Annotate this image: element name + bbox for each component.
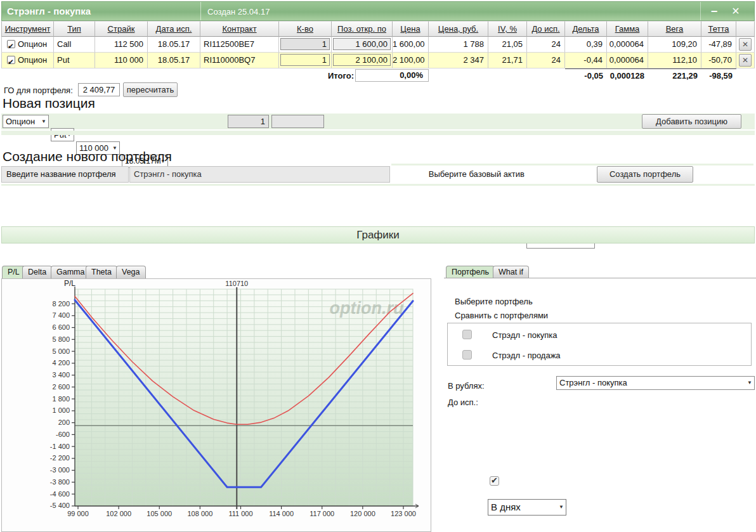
portfolio-window-titlebar: Стрэнгл - покупка Создан 25.04.17 − ✕ + bbox=[1, 1, 755, 21]
svg-text:105 000: 105 000 bbox=[147, 510, 172, 517]
cell-gamma: 0,000064 bbox=[607, 53, 648, 68]
cell-delta: -0,44 bbox=[565, 53, 607, 68]
svg-text:111 000: 111 000 bbox=[228, 510, 252, 517]
tab-whatif[interactable]: What if bbox=[493, 266, 529, 278]
column-header-price-rub: Цена, руб. bbox=[429, 21, 488, 37]
column-header-exp-date: Дата исп. bbox=[148, 21, 200, 37]
pl-chart-panel: 8 2007 4006 6005 8005 0004 2003 4002 600… bbox=[1, 278, 431, 532]
cell-theta: -50,70 bbox=[701, 53, 736, 68]
open-pos-input[interactable]: 2 100,00 bbox=[333, 54, 391, 66]
tab-delta[interactable]: Delta bbox=[22, 266, 52, 278]
qty-input[interactable]: 1 bbox=[280, 54, 330, 66]
tab-vega[interactable]: Vega bbox=[116, 266, 146, 278]
cell-instrument: Опцион bbox=[1, 53, 54, 68]
cell-delete bbox=[736, 53, 755, 68]
cell-price-rub: 2 347 bbox=[429, 53, 488, 68]
svg-text:-3 000: -3 000 bbox=[50, 466, 70, 474]
cell-days: 24 bbox=[527, 37, 565, 53]
totals-label: Итого: bbox=[328, 71, 354, 81]
totals-percent: 0,00% bbox=[355, 69, 429, 82]
right-tabs-underline bbox=[444, 278, 756, 278]
cell-instrument: Опцион bbox=[1, 37, 54, 53]
add-window-icon[interactable]: + bbox=[750, 3, 756, 20]
green-strip bbox=[1, 131, 755, 135]
portfolio-select[interactable]: Стрэнгл - покупка bbox=[556, 376, 755, 390]
column-header-price: Цена bbox=[393, 21, 429, 37]
svg-text:108 000: 108 000 bbox=[187, 510, 212, 517]
svg-text:114 000: 114 000 bbox=[269, 510, 294, 517]
compare-option-label: Стрэдл - покупка bbox=[492, 330, 557, 340]
days-mode-select[interactable]: В днях bbox=[488, 499, 566, 516]
cell-iv: 21,71 bbox=[488, 53, 527, 68]
new-qty-input[interactable]: 1 bbox=[228, 115, 269, 128]
svg-text:-3 800: -3 800 bbox=[50, 478, 70, 486]
compare-checkbox[interactable] bbox=[462, 350, 472, 360]
created-date-label: Создан 25.04.17 bbox=[207, 7, 270, 16]
row-checkbox-checked-icon[interactable] bbox=[7, 56, 15, 64]
svg-text:5 800: 5 800 bbox=[52, 335, 70, 343]
column-header-actions bbox=[736, 21, 755, 37]
cell-vega: 112,10 bbox=[648, 53, 701, 68]
column-header-delta: Дельта bbox=[565, 21, 607, 37]
svg-text:-4 600: -4 600 bbox=[50, 490, 70, 498]
svg-text:6 600: 6 600 bbox=[52, 323, 70, 331]
rubles-checkbox-checked-icon[interactable] bbox=[490, 476, 499, 486]
rubles-label: В рублях: bbox=[448, 381, 485, 391]
cell-contract: RI110000BQ7 bbox=[200, 53, 279, 68]
column-header-gamma: Гамма bbox=[607, 21, 648, 37]
cell-price: 2 100,00 bbox=[393, 53, 429, 68]
portfolio-name-input[interactable]: Стрэнгл - покупка bbox=[129, 166, 390, 183]
svg-text:4 200: 4 200 bbox=[52, 359, 70, 367]
cell-exp-date: 18.05.17 bbox=[148, 37, 200, 53]
go-value-input[interactable]: 2 409,77 bbox=[78, 83, 120, 96]
compare-checkbox[interactable] bbox=[462, 330, 472, 339]
qty-input[interactable]: 1 bbox=[280, 38, 330, 50]
svg-text:-5 400: -5 400 bbox=[50, 502, 70, 509]
totals-gamma: 0,000128 bbox=[607, 68, 648, 83]
delete-row-icon[interactable] bbox=[739, 54, 752, 67]
column-header-contract: Контракт bbox=[200, 21, 279, 37]
svg-text:1 000: 1 000 bbox=[52, 406, 70, 414]
totals-theta: -98,59 bbox=[701, 68, 736, 83]
row-checkbox-checked-icon[interactable] bbox=[7, 40, 15, 48]
column-header-qty: К-во bbox=[279, 21, 332, 37]
cell-gamma: 0,000064 bbox=[607, 37, 648, 53]
cell-open-pos: 1 600,00 bbox=[332, 37, 393, 53]
column-header-vega: Вега bbox=[648, 21, 701, 37]
close-icon[interactable]: ✕ bbox=[727, 3, 744, 20]
cell-vega: 109,20 bbox=[648, 37, 701, 53]
portfolio-name-label: Введите название портфеля bbox=[1, 166, 129, 183]
totals-row: Итого: 0,00% bbox=[1, 68, 429, 82]
compare-option-label: Стрэдл - продажа bbox=[492, 351, 561, 360]
svg-text:99 000: 99 000 bbox=[67, 510, 89, 517]
new-extra-input[interactable] bbox=[271, 115, 324, 128]
instrument-select[interactable]: Опцион bbox=[3, 115, 49, 128]
compare-portfolios-box: Стрэдл - покупка Стрэдл - продажа bbox=[447, 323, 752, 366]
column-header-days: До исп. bbox=[527, 21, 565, 37]
svg-text:200: 200 bbox=[58, 418, 70, 426]
delete-row-icon[interactable] bbox=[739, 38, 752, 51]
column-header-instrument: Инструмент bbox=[1, 21, 54, 37]
cell-open-pos: 2 100,00 bbox=[332, 53, 393, 68]
tab-theta[interactable]: Theta bbox=[86, 266, 117, 278]
minimize-icon[interactable]: − bbox=[706, 3, 722, 20]
open-pos-input[interactable]: 1 600,00 bbox=[333, 38, 391, 50]
create-portfolio-button[interactable]: Создать портфель bbox=[597, 166, 693, 183]
svg-text:7 400: 7 400 bbox=[52, 311, 70, 319]
cell-price-rub: 1 788 bbox=[429, 37, 488, 53]
base-asset-label: Выберите базовый актив bbox=[393, 166, 525, 183]
charts-section-header: Графики bbox=[1, 226, 755, 243]
svg-text:117 000: 117 000 bbox=[310, 510, 334, 517]
svg-text:120 000: 120 000 bbox=[350, 510, 375, 517]
column-header-open-pos: Поз. откр. по bbox=[332, 21, 393, 37]
totals-delta: -0,05 bbox=[565, 68, 607, 83]
tab-portfolio[interactable]: Портфель bbox=[446, 266, 495, 278]
cell-type: Put bbox=[54, 53, 95, 68]
svg-text:option.ru: option.ru bbox=[330, 299, 404, 318]
tab-gamma[interactable]: Gamma bbox=[51, 266, 90, 278]
svg-text:P/L: P/L bbox=[64, 279, 75, 288]
recalculate-button[interactable]: пересчитать bbox=[123, 82, 178, 97]
add-position-button[interactable]: Добавить позицию bbox=[642, 114, 741, 129]
cell-theta: -47,89 bbox=[701, 37, 736, 53]
cell-delta: 0,39 bbox=[565, 37, 607, 53]
